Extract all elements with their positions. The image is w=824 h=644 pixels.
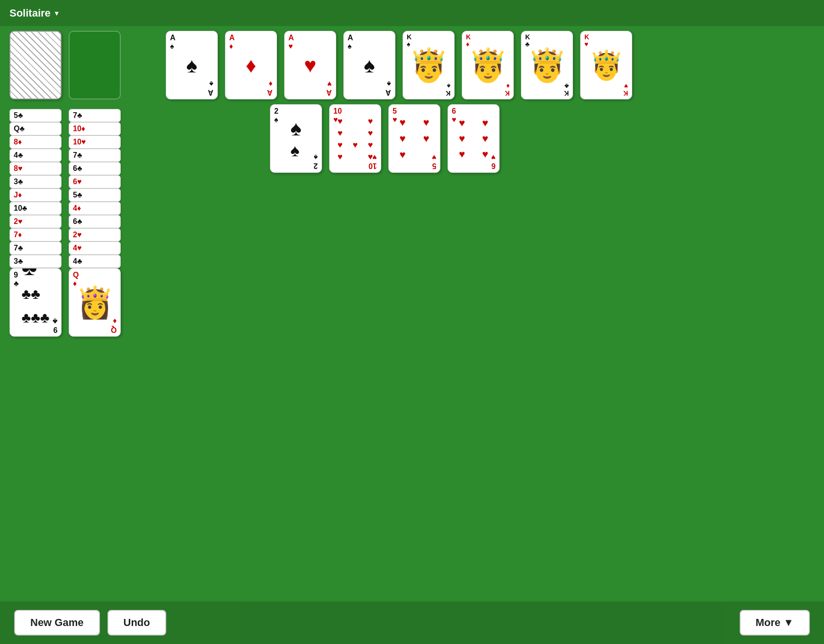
title-dropdown-arrow: ▼ (54, 9, 60, 17)
foundation-4[interactable]: A♠ ♠ A♠ (343, 31, 395, 99)
card-suit-center: ♥ (304, 55, 316, 76)
card-rank-br: 6♥ (491, 153, 496, 170)
card-pips: ♥ ♥ ♥ ♥ ♥ (393, 116, 436, 161)
card-suit-center: ♣♣♣♣♣♣♣♣ (21, 268, 49, 337)
game-area: A♠ ♠ A♠ A♦ ♦ A♦ A♥ ♥ A♥ A♠ ♠ A♠ K♠ 🤴 K♠ … (0, 26, 824, 601)
card-rank-br: A♠ (385, 80, 391, 97)
card-rank-br: 5♥ (432, 153, 437, 170)
col2-card-7[interactable]: 5♣ (69, 188, 121, 202)
header: Solitaire ▼ (0, 0, 824, 26)
card-rank-br: K♥ (623, 82, 628, 97)
col2-card-5[interactable]: 6♣ (69, 162, 121, 175)
card-rank-br: Q♦ (111, 317, 116, 334)
foundation-7[interactable]: K♣ 🤴 K♣ (521, 31, 573, 99)
col1-card-11[interactable]: 7♣ (9, 242, 62, 255)
col2-card-11[interactable]: 4♥ (69, 242, 121, 255)
foundation-5[interactable]: K♠ 🤴 K♠ (403, 31, 455, 99)
undo-button[interactable]: Undo (107, 610, 166, 635)
col1-card-9[interactable]: 2♥ (9, 215, 62, 228)
card-rank-br: A♠ (208, 80, 214, 97)
bottom-left-buttons: New Game Undo (14, 610, 166, 635)
col2-face-up[interactable]: Q♦ 👸 Q♦ (69, 268, 121, 337)
col2-card-3[interactable]: 10♥ (69, 135, 121, 149)
col2-card-9[interactable]: 6♣ (69, 215, 121, 228)
card-rank-br: A♦ (267, 80, 273, 97)
card-rank-br: K♣ (564, 82, 569, 97)
card-rank: A♠ (348, 34, 353, 50)
foundation-8[interactable]: K♥ 🤴 K♥ (580, 31, 632, 99)
col2-card-8[interactable]: 4♦ (69, 202, 121, 215)
col1-card-6[interactable]: 3♣ (9, 175, 62, 188)
card-pips: ♥ ♥ ♥ ♥ ♥ ♥ (452, 116, 495, 161)
card-rank-br: 2♠ (313, 153, 318, 170)
foundation-2[interactable]: A♦ ♦ A♦ (225, 31, 277, 99)
card-rank-br: 9♣ (53, 317, 58, 334)
col1-card-12[interactable]: 3♣ (9, 255, 62, 268)
col2-card-1[interactable]: 7♣ (69, 109, 121, 122)
card-rank-br: 10♥ (368, 153, 377, 170)
card-suit-center: ♠ (364, 55, 375, 76)
card-rank-br: K♦ (505, 82, 510, 97)
center-pile-2[interactable]: 10♥ ♥ ♥ ♥ ♥ ♥ ♥ ♥ ♥ ♥ 10♥ (329, 104, 381, 173)
card-rank-br: K♠ (446, 82, 450, 97)
col1-card-3[interactable]: 8♦ (9, 135, 62, 149)
col1-card-10[interactable]: 7♦ (9, 228, 62, 242)
card-suit-center: ♠♠ (290, 118, 301, 160)
card-rank: A♥ (288, 34, 294, 50)
foundation-3[interactable]: A♥ ♥ A♥ (284, 31, 336, 99)
card-rank-br: A♥ (326, 80, 332, 97)
col2-card-12[interactable]: 4♣ (69, 255, 121, 268)
card-rank: A♦ (229, 34, 235, 50)
center-pile-3[interactable]: 5♥ ♥ ♥ ♥ ♥ ♥ 5♥ (388, 104, 440, 173)
card-rank: 2♠ (274, 107, 278, 124)
col1-card-7[interactable]: J♦ (9, 188, 62, 202)
card-rank: 9♣ (14, 271, 19, 287)
app-title[interactable]: Solitaire ▼ (9, 7, 60, 19)
col2-card-6[interactable]: 6♥ (69, 175, 121, 188)
col1-card-2[interactable]: Q♣ (9, 122, 62, 135)
col1-card-1[interactable]: 5♣ (9, 109, 62, 122)
card-rank: A♠ (170, 34, 176, 50)
card-suit-center: ♦ (246, 55, 256, 76)
card-suit-center: ♠ (186, 55, 197, 76)
stock-pile[interactable] (9, 31, 62, 99)
col1-face-up[interactable]: 9♣ ♣♣♣♣♣♣♣♣ 9♣ (9, 268, 62, 337)
center-pile-1[interactable]: 2♠ ♠♠ 2♠ (270, 104, 322, 173)
title-text: Solitaire (9, 7, 51, 19)
new-game-button[interactable]: New Game (14, 610, 100, 635)
more-button[interactable]: More ▼ (740, 610, 810, 635)
center-pile-4[interactable]: 6♥ ♥ ♥ ♥ ♥ ♥ ♥ 6♥ (448, 104, 500, 173)
waste-pile[interactable] (69, 31, 121, 99)
col1-card-4[interactable]: 4♣ (9, 149, 62, 162)
col2-card-2[interactable]: 10♦ (69, 122, 121, 135)
col1-card-8[interactable]: 10♣ (9, 202, 62, 215)
col2-card-10[interactable]: 2♥ (69, 228, 121, 242)
bottom-bar: New Game Undo More ▼ (0, 601, 824, 644)
foundation-1[interactable]: A♠ ♠ A♠ (166, 31, 218, 99)
stock-back-pattern (10, 32, 61, 98)
col1-card-5[interactable]: 8♥ (9, 162, 62, 175)
col2-card-4[interactable]: 7♣ (69, 149, 121, 162)
foundation-6[interactable]: K♦ 🤴 K♦ (462, 31, 514, 99)
